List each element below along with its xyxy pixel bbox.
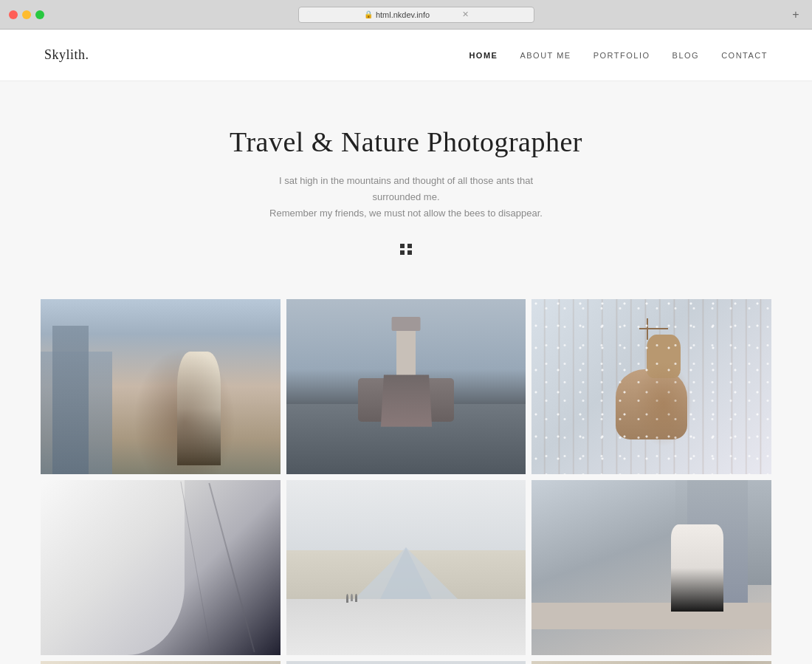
- photo-image-5: [286, 480, 526, 655]
- photo-image-4: [41, 480, 281, 655]
- grid-dot-3: [400, 250, 405, 255]
- browser-viewport: Skylith. HOME ABOUT ME PORTFOLIO BLOG CO…: [0, 30, 812, 664]
- nav-blog[interactable]: BLOG: [672, 51, 700, 60]
- grid-view-icon[interactable]: [400, 244, 412, 255]
- maximize-window-button[interactable]: [35, 10, 44, 19]
- photo-item-4[interactable]: [41, 480, 281, 655]
- photo-item-2[interactable]: [286, 299, 526, 474]
- grid-dot-1: [400, 244, 405, 248]
- nav-links: HOME ABOUT ME PORTFOLIO BLOG CONTACT: [469, 51, 768, 60]
- nav-contact[interactable]: CONTACT: [721, 51, 768, 60]
- photo-image-8: [286, 661, 526, 664]
- close-tab-button[interactable]: ✕: [462, 10, 469, 19]
- photo-item-9[interactable]: [531, 661, 771, 664]
- url-text: html.nkdev.info: [376, 10, 430, 19]
- photo-image-1: [41, 299, 281, 474]
- site-wrapper: Skylith. HOME ABOUT ME PORTFOLIO BLOG CO…: [0, 30, 812, 664]
- url-input[interactable]: 🔒 html.nkdev.info ✕: [298, 7, 534, 23]
- photo-image-7: [41, 661, 281, 664]
- browser-chrome: 🔒 html.nkdev.info ✕ +: [0, 0, 812, 30]
- nav-about[interactable]: ABOUT ME: [520, 51, 571, 60]
- photo-image-3: [531, 299, 771, 474]
- traffic-lights: [9, 10, 44, 19]
- lock-icon: 🔒: [364, 10, 373, 18]
- site-logo[interactable]: Skylith.: [44, 47, 469, 63]
- grid-dot-4: [407, 250, 412, 255]
- photo-grid: [0, 284, 812, 664]
- nav-portfolio[interactable]: PORTFOLIO: [593, 51, 650, 60]
- hero-section: Travel & Nature Photographer I sat high …: [0, 81, 812, 284]
- hero-title: Travel & Nature Photographer: [15, 126, 797, 158]
- photo-item-5[interactable]: [286, 480, 526, 655]
- navigation: Skylith. HOME ABOUT ME PORTFOLIO BLOG CO…: [0, 30, 812, 81]
- close-window-button[interactable]: [9, 10, 18, 19]
- nav-home[interactable]: HOME: [469, 51, 498, 60]
- photo-item-8[interactable]: [286, 661, 526, 664]
- photo-item-7[interactable]: [41, 661, 281, 664]
- photo-image-2: [286, 299, 526, 474]
- grid-dot-2: [407, 244, 412, 248]
- photo-image-9: [531, 661, 771, 664]
- photo-item-1[interactable]: [41, 299, 281, 474]
- photo-image-6: [531, 480, 771, 655]
- new-tab-button[interactable]: +: [788, 7, 803, 22]
- hero-subtitle: I sat high in the mountains and thought …: [258, 173, 554, 222]
- photo-item-6[interactable]: [531, 480, 771, 655]
- minimize-window-button[interactable]: [22, 10, 31, 19]
- address-bar: 🔒 html.nkdev.info ✕: [50, 7, 782, 23]
- photo-item-3[interactable]: [531, 299, 771, 474]
